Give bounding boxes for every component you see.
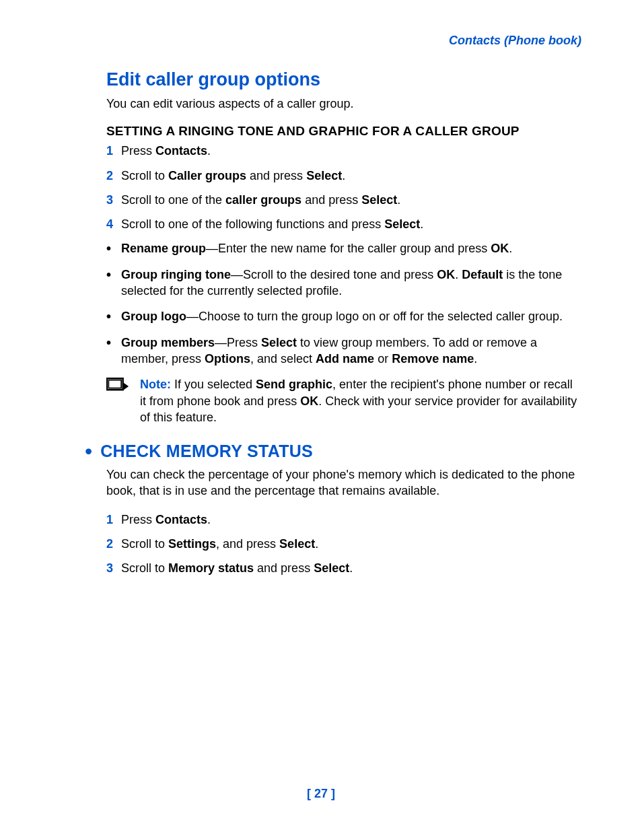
step-text: , and press [216, 537, 279, 551]
note-label: Note: [140, 378, 171, 391]
step-number: 3 [106, 192, 113, 208]
step-number: 4 [106, 216, 113, 232]
bullet-item: Group ringing tone—Scroll to the desired… [106, 267, 581, 300]
step-bold: Memory status [168, 561, 254, 575]
intro-text: You can edit various aspects of a caller… [61, 96, 581, 112]
step-item: 3 Scroll to one of the caller groups and… [106, 192, 581, 208]
step-bold: Select [384, 217, 420, 231]
intro-text-2: You can check the percentage of your pho… [61, 466, 581, 499]
bullet-text: . [474, 352, 477, 365]
bullet-list-1: Rename group—Enter the new name for the … [61, 240, 581, 367]
step-bold: Select [279, 537, 315, 551]
step-text: . [349, 561, 353, 575]
note-text: Note: If you selected Send graphic, ente… [140, 376, 581, 425]
svg-marker-2 [123, 382, 129, 390]
step-text: Scroll to [121, 537, 168, 551]
ordered-steps-1: 1 Press Contacts. 2 Scroll to Caller gro… [61, 143, 581, 232]
bullet-text: —Press [215, 336, 261, 349]
step-text: and press [246, 169, 306, 182]
step-number: 1 [106, 143, 113, 159]
bullet-bold: Group ringing tone [121, 268, 231, 281]
step-text: . [342, 169, 345, 182]
bullet-text: . [455, 268, 462, 281]
heading-check-memory: • CHECK MEMORY STATUS [61, 439, 581, 461]
step-bold: Contacts [155, 144, 207, 158]
note-bold: Send graphic [256, 378, 332, 391]
bullet-text: or [374, 352, 392, 365]
bullet-bold: OK [491, 242, 509, 255]
step-item: 2 Scroll to Caller groups and press Sele… [106, 168, 581, 184]
bullet-text: —Choose to turn the group logo on or off… [186, 310, 563, 323]
note-text-part: If you selected [171, 378, 256, 391]
bullet-bold: Group members [121, 336, 215, 349]
heading-check-memory-title: CHECK MEMORY STATUS [100, 442, 313, 461]
bullet-bold: Remove name [392, 352, 474, 365]
bullet-text: , and select [250, 352, 316, 365]
step-text: Press [121, 144, 155, 158]
subheading-setting-tone: SETTING A RINGING TONE AND GRAPHIC FOR A… [61, 124, 581, 139]
step-text: . [397, 193, 400, 207]
bullet-item: Group logo—Choose to turn the group logo… [106, 308, 581, 324]
heading-bullet-icon: • [85, 440, 92, 462]
step-bold: caller groups [225, 193, 301, 207]
step-text: Press [121, 513, 155, 526]
step-text: Scroll to [121, 169, 168, 182]
step-item: 1 Press Contacts. [106, 512, 581, 528]
note-send-icon [106, 376, 140, 425]
bullet-bold: Default [462, 268, 503, 281]
step-text: . [420, 217, 423, 231]
svg-rect-1 [108, 380, 121, 388]
heading-edit-caller-group: Edit caller group options [61, 69, 581, 90]
step-bold: Contacts [155, 513, 207, 526]
step-number: 2 [106, 536, 113, 552]
bullet-bold: Options [205, 352, 250, 365]
step-bold: Select [361, 193, 397, 207]
bullet-bold: Group logo [121, 310, 186, 323]
bullet-text: —Enter the new name for the caller group… [206, 242, 491, 255]
step-text: and press [301, 193, 361, 207]
step-item: 2 Scroll to Settings, and press Select. [106, 536, 581, 552]
ordered-steps-2: 1 Press Contacts. 2 Scroll to Settings, … [61, 512, 581, 577]
step-text: Scroll to one of the [121, 193, 225, 207]
bullet-bold: Select [261, 336, 297, 349]
step-bold: Select [314, 561, 349, 575]
page-number: [ 27 ] [0, 787, 642, 801]
step-item: 3 Scroll to Memory status and press Sele… [106, 560, 581, 576]
bullet-text: . [509, 242, 512, 255]
step-number: 1 [106, 512, 113, 528]
step-text: . [207, 513, 211, 526]
note-block: Note: If you selected Send graphic, ente… [61, 376, 581, 425]
step-number: 3 [106, 560, 113, 576]
bullet-bold: Rename group [121, 242, 206, 255]
bullet-item: Rename group—Enter the new name for the … [106, 240, 581, 256]
note-bold: OK [300, 394, 318, 408]
step-text: . [315, 537, 318, 551]
step-bold: Settings [168, 537, 216, 551]
page-content: Contacts (Phone book) Edit caller group … [0, 0, 642, 577]
step-item: 4 Scroll to one of the following functio… [106, 216, 581, 232]
step-bold: Caller groups [168, 169, 246, 182]
step-number: 2 [106, 168, 113, 184]
step-item: 1 Press Contacts. [106, 143, 581, 159]
bullet-bold: OK [437, 268, 455, 281]
bullet-item: Group members—Press Select to view group… [106, 335, 581, 368]
bullet-text: —Scroll to the desired tone and press [231, 268, 437, 281]
bullet-bold: Add name [316, 352, 374, 365]
step-text: Scroll to [121, 561, 168, 575]
step-text: and press [254, 561, 314, 575]
step-text: . [207, 144, 211, 158]
step-text: Scroll to one of the following functions… [121, 217, 384, 231]
step-bold: Select [306, 169, 342, 182]
header-section-link: Contacts (Phone book) [61, 34, 581, 48]
